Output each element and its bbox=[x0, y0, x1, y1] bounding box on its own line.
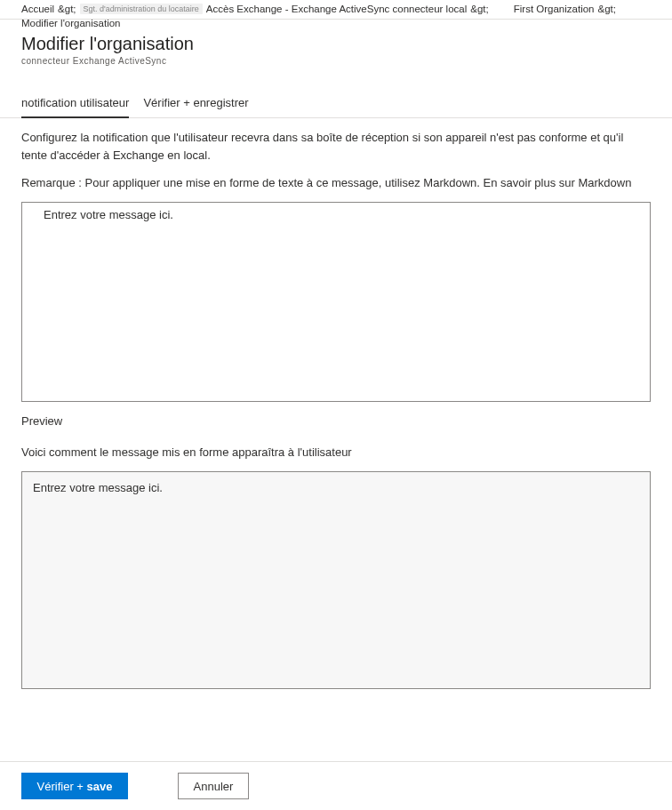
verify-save-bold: save bbox=[87, 780, 113, 793]
content-area: Configurez la notification que l'utilisa… bbox=[0, 118, 672, 689]
preview-description: Voici comment le message mis en forme ap… bbox=[21, 445, 651, 459]
footer-actions: Vérifier + save Annuler bbox=[0, 761, 672, 810]
breadcrumb-sep: &gt; bbox=[598, 4, 616, 14]
preview-content: Entrez votre message ici. bbox=[33, 481, 163, 494]
tabs: notification utilisateur Vérifier + enre… bbox=[0, 69, 672, 118]
message-editor-container bbox=[21, 202, 651, 402]
breadcrumb: Accueil &gt; Sgt. d'administration du lo… bbox=[0, 0, 672, 20]
breadcrumb-home[interactable]: Accueil bbox=[21, 4, 54, 14]
breadcrumb-modify-org: Modifier l'organisation bbox=[21, 18, 121, 28]
verify-save-button[interactable]: Vérifier + save bbox=[21, 773, 128, 799]
breadcrumb-exchange-access[interactable]: Accès Exchange - Exchange ActiveSync con… bbox=[206, 4, 467, 14]
markdown-remark: Remarque : Pour appliquer une mise en fo… bbox=[21, 176, 651, 189]
notification-description: Configurez la notification que l'utilisa… bbox=[21, 129, 651, 164]
tab-verify-save[interactable]: Vérifier + enregistrer bbox=[143, 91, 248, 118]
breadcrumb-tenant-admin[interactable]: Sgt. d'administration du locataire bbox=[80, 4, 203, 14]
breadcrumb-sep: &gt; bbox=[58, 4, 76, 14]
page-subtitle: connecteur Exchange ActiveSync bbox=[21, 56, 651, 66]
breadcrumb-first-org[interactable]: First Organization bbox=[514, 4, 595, 14]
message-input[interactable] bbox=[22, 203, 650, 401]
preview-box: Entrez votre message ici. bbox=[21, 471, 651, 689]
tab-notification-user[interactable]: notification utilisateur bbox=[21, 91, 129, 118]
breadcrumb-sep: &gt; bbox=[470, 4, 488, 14]
cancel-button[interactable]: Annuler bbox=[178, 773, 249, 799]
preview-label: Preview bbox=[21, 414, 651, 428]
verify-save-prefix: Vérifier + bbox=[37, 780, 87, 793]
page-title: Modifier l'organisation bbox=[21, 34, 651, 54]
